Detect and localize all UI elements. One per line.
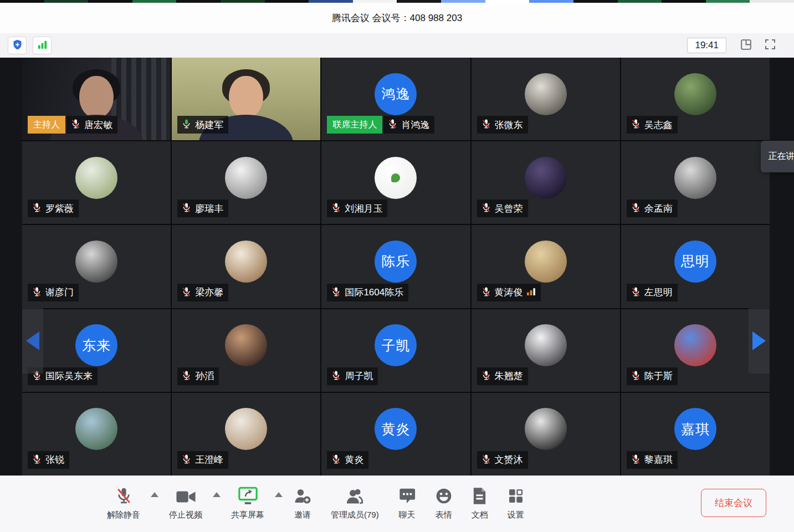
participant-label: 主持人 唐宏敏	[28, 116, 117, 134]
settings-grid-icon	[507, 486, 525, 505]
prev-page-arrow-icon	[26, 331, 39, 350]
participant-tile[interactable]: 张锐	[22, 393, 171, 475]
layout-switch-button[interactable]	[737, 37, 754, 54]
name-label: 孙滔	[177, 367, 219, 385]
avatar: 嘉琪	[674, 408, 716, 450]
bottom-toolbar: 解除静音 停止视频 共享屏幕 邀请 管理成员(79) 聊天	[0, 475, 794, 532]
participant-label: 罗紫薇	[28, 200, 79, 217]
participant-tile[interactable]: 陈于斯	[621, 309, 770, 392]
mic-muted-icon	[70, 119, 81, 131]
mic-muted-icon	[387, 119, 398, 131]
fullscreen-icon	[764, 38, 777, 53]
avatar	[75, 157, 117, 199]
avatar: 思明	[674, 241, 716, 283]
end-meeting-button[interactable]: 结束会议	[701, 489, 766, 517]
name-label: 黄涛俊	[477, 284, 541, 301]
members-icon	[345, 486, 365, 505]
participant-name: 张锐	[45, 455, 64, 464]
participant-name: 杨建军	[195, 120, 223, 130]
mic-muted-icon	[331, 454, 341, 466]
participant-label: 左思明	[627, 284, 678, 301]
security-button[interactable]	[8, 37, 27, 54]
participant-tile[interactable]: 余孟南	[621, 141, 770, 224]
participant-tile[interactable]: 文赟沐	[472, 393, 620, 475]
avatar	[674, 73, 716, 115]
network-signal-icon	[526, 288, 536, 298]
participant-label: 刘湘月玉	[327, 200, 387, 217]
participant-name: 国际1604陈乐	[345, 288, 403, 297]
docs-label: 文档	[472, 510, 488, 520]
upper-toolbar: 19:41	[0, 33, 794, 58]
name-label: 张微东	[477, 116, 528, 134]
participant-tile[interactable]: 孙滔	[172, 309, 320, 392]
avatar	[225, 157, 267, 199]
mic-options-arrow[interactable]	[151, 492, 158, 497]
meeting-timer: 19:41	[687, 38, 726, 53]
participant-tile[interactable]: 王澄峰	[172, 393, 320, 475]
participant-tile[interactable]: 张微东	[472, 58, 620, 140]
participant-tile[interactable]: 主持人 唐宏敏	[22, 58, 171, 140]
participant-label: 谢彦门	[28, 284, 79, 301]
unmute-button[interactable]: 解除静音	[107, 486, 140, 520]
share-options-arrow[interactable]	[275, 492, 283, 497]
avatar	[525, 241, 567, 283]
participant-label: 张微东	[477, 116, 528, 134]
avatar	[525, 408, 567, 450]
avatar	[375, 157, 417, 199]
participant-tile[interactable]: 东来 国际吴东来	[22, 309, 171, 392]
next-page-button[interactable]	[749, 308, 770, 374]
avatar	[225, 408, 267, 450]
stop-video-button[interactable]: 停止视频	[169, 486, 202, 520]
participant-name: 刘湘月玉	[345, 204, 382, 213]
share-screen-label: 共享屏幕	[231, 510, 264, 520]
speaking-tooltip-text: 正在讲话:	[769, 151, 794, 161]
mic-muted-icon	[631, 370, 641, 382]
invite-label: 邀请	[294, 510, 311, 520]
name-label: 黄炎	[327, 451, 368, 469]
participant-tile[interactable]: 梁亦馨	[172, 225, 320, 308]
chat-button[interactable]: 聊天	[398, 486, 416, 520]
participant-tile[interactable]: 陈乐 国际1604陈乐	[321, 225, 470, 308]
participant-tile[interactable]: 吴志鑫	[621, 58, 770, 140]
participant-label: 朱翘楚	[477, 367, 528, 385]
name-label: 陈于斯	[627, 367, 678, 385]
participant-tile[interactable]: 鸿逸 联席主持人 肖鸿逸	[321, 58, 470, 140]
participant-tile[interactable]: 罗紫薇	[22, 141, 171, 224]
emoji-button[interactable]: 表情	[435, 486, 453, 520]
participant-tile[interactable]: 黄涛俊	[472, 225, 620, 308]
participant-name: 罗紫薇	[45, 204, 74, 213]
participant-tile[interactable]: 朱翘楚	[472, 309, 620, 392]
participant-tile[interactable]: 谢彦门	[22, 225, 171, 308]
video-options-arrow[interactable]	[213, 492, 221, 497]
name-label: 黎嘉琪	[627, 451, 678, 469]
prev-page-button[interactable]	[22, 308, 43, 374]
participant-label: 黄炎	[327, 451, 368, 469]
avatar: 陈乐	[375, 241, 417, 283]
participant-name: 孙滔	[195, 371, 214, 381]
participant-tile[interactable]: 杨建军	[172, 58, 320, 140]
name-label: 廖瑞丰	[177, 200, 228, 217]
mic-on-icon	[181, 119, 192, 131]
participant-tile[interactable]: 黄炎 黄炎	[321, 393, 470, 475]
mic-muted-icon	[181, 454, 192, 466]
mic-muted-icon	[181, 202, 192, 214]
docs-button[interactable]: 文档	[472, 486, 488, 520]
network-quality-button[interactable]	[33, 37, 52, 54]
video-grid: 主持人 唐宏敏 杨建军 鸿逸 联席主持人	[22, 58, 770, 475]
participant-tile[interactable]: 子凯 周子凯	[321, 309, 470, 392]
participant-tile[interactable]: 廖瑞丰	[172, 141, 320, 224]
participant-tile[interactable]: 刘湘月玉	[321, 141, 470, 224]
share-screen-button[interactable]: 共享屏幕	[231, 486, 264, 520]
participant-name: 朱翘楚	[495, 371, 523, 381]
settings-button[interactable]: 设置	[507, 486, 525, 520]
participant-label: 廖瑞丰	[177, 200, 228, 217]
name-label: 谢彦门	[28, 284, 79, 301]
participant-tile[interactable]: 思明 左思明	[621, 225, 770, 308]
invite-button[interactable]: 邀请	[293, 486, 312, 520]
participant-tile[interactable]: 吴曾荣	[472, 141, 620, 224]
mic-muted-icon	[481, 454, 491, 466]
fullscreen-button[interactable]	[762, 37, 778, 54]
mic-muted-icon	[331, 370, 341, 382]
participant-tile[interactable]: 嘉琪 黎嘉琪	[621, 393, 770, 475]
manage-members-button[interactable]: 管理成员(79)	[331, 486, 379, 520]
